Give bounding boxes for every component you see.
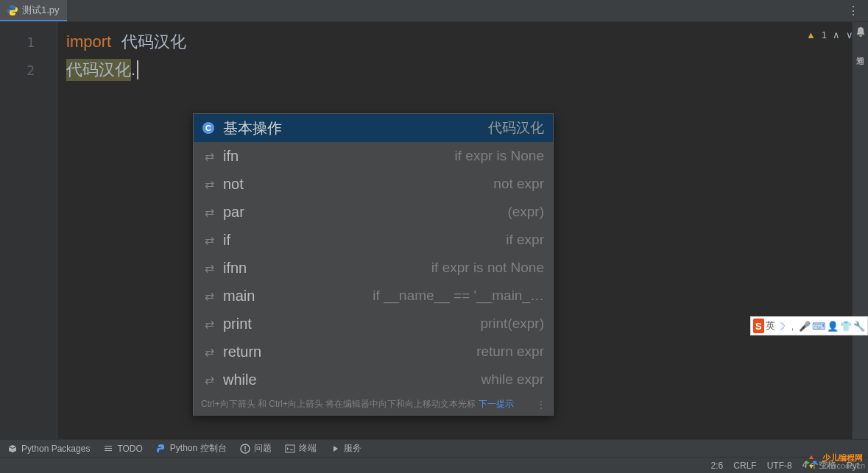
template-icon: ⇄ [202, 149, 216, 163]
line-number[interactable]: 2 [0, 56, 57, 84]
completion-item[interactable]: ⇄whilewhile expr [194, 366, 553, 394]
tool-python-packages[interactable]: Python Packages [7, 444, 90, 454]
completion-name: main [223, 288, 255, 305]
dot: . [131, 60, 135, 79]
template-icon: ⇄ [202, 373, 216, 387]
ime-logo-icon[interactable]: S [753, 319, 764, 333]
watermark-url: kidscode.cn [822, 462, 865, 470]
moon-icon[interactable]: ☽ [777, 319, 786, 332]
warning-count: 1 [822, 29, 827, 40]
completion-hint: Ctrl+向下箭头 和 Ctrl+向上箭头 将在编辑器中向下和向上移动文本光标 … [194, 394, 553, 415]
status-encoding[interactable]: UTF-8 [767, 460, 792, 471]
template-icon: ⇄ [202, 261, 216, 275]
gutter: 1 2 [0, 22, 57, 439]
completion-desc: return expr [476, 344, 544, 360]
template-icon: ⇄ [202, 205, 216, 219]
svg-rect-1 [286, 445, 294, 452]
completion-desc: print(expr) [480, 316, 544, 332]
more-icon[interactable]: ⋮ [537, 399, 546, 410]
completion-desc: not expr [493, 176, 544, 192]
completion-name: 基本操作 [223, 118, 282, 138]
titlebar: 测试1.py ⋮ [0, 0, 868, 22]
code-line[interactable]: import 代码汉化 [57, 28, 868, 56]
file-tab[interactable]: 测试1.py [0, 0, 67, 21]
watermark: 少儿编程网 kidscode.cn [803, 454, 865, 470]
completion-popup: C基本操作代码汉化⇄ifnif expr is None⇄notnot expr… [193, 113, 554, 416]
completion-desc: 代码汉化 [488, 118, 544, 138]
status-eol[interactable]: CRLF [733, 460, 756, 471]
skin-icon[interactable]: 👕 [840, 319, 852, 332]
template-icon: ⇄ [202, 233, 216, 247]
completion-name: not [223, 176, 244, 193]
editor-main: 1 2 ▲ 1 ∧ ∨ import 代码汉化 代码汉化. C基本操作代码汉化⇄… [0, 22, 868, 439]
completion-item[interactable]: ⇄ifif expr [194, 226, 553, 254]
status-position[interactable]: 2:6 [711, 460, 724, 471]
text-cursor [137, 60, 138, 79]
line-number[interactable]: 1 [0, 28, 57, 56]
selected-text: 代码汉化 [66, 59, 131, 81]
completion-desc: (expr) [507, 204, 544, 220]
completion-desc: if expr is not None [431, 260, 544, 276]
tool-terminal[interactable]: 终端 [285, 442, 317, 455]
completion-name: if [223, 232, 230, 249]
completion-desc: if __name__ == '__main_… [373, 288, 544, 304]
completion-item[interactable]: ⇄ifnif expr is None [194, 142, 553, 170]
completion-item[interactable]: C基本操作代码汉化 [194, 114, 553, 142]
completion-name: ifnn [223, 260, 247, 277]
chevron-up-icon[interactable]: ∧ [833, 29, 840, 40]
tool-todo[interactable]: TODO [103, 444, 142, 454]
tool-python-console[interactable]: Python 控制台 [156, 442, 227, 455]
identifier: 代码汉化 [121, 31, 186, 53]
template-icon: ⇄ [202, 317, 216, 331]
warning-icon: ▲ [806, 29, 816, 40]
tool-window-bar: Python Packages TODO Python 控制台 问题 终端 服务 [0, 439, 868, 457]
template-icon: ⇄ [202, 289, 216, 303]
statusbar: 2:6 CRLF UTF-8 4 个空格 Pyt [0, 457, 868, 473]
completion-item[interactable]: ⇄ifnnif expr is not None [194, 254, 553, 282]
completion-name: print [223, 316, 252, 332]
more-icon[interactable]: ⋮ [844, 2, 862, 20]
python-icon [7, 5, 18, 15]
keyword: import [66, 32, 111, 51]
mic-icon[interactable]: 🎤 [799, 319, 811, 332]
watermark-logo-icon [803, 454, 819, 470]
ime-toolbar[interactable]: S 英 ☽ , 🎤 ⌨ 👤 👕 🔧 [750, 316, 868, 335]
completion-name: return [223, 344, 261, 360]
code-line[interactable]: 代码汉化. [57, 56, 868, 84]
editor[interactable]: ▲ 1 ∧ ∨ import 代码汉化 代码汉化. C基本操作代码汉化⇄ifni… [57, 22, 868, 439]
tool-services[interactable]: 服务 [330, 442, 361, 455]
right-sidebar: 通知 [852, 22, 868, 439]
inspection-widget[interactable]: ▲ 1 ∧ ∨ [806, 29, 853, 40]
template-icon: ⇄ [202, 177, 216, 191]
completion-item[interactable]: ⇄mainif __name__ == '__main_… [194, 282, 553, 310]
completion-name: par [223, 204, 244, 221]
completion-item[interactable]: ⇄returnreturn expr [194, 338, 553, 366]
comma-icon[interactable]: , [788, 319, 797, 332]
completion-desc: while expr [481, 371, 544, 388]
keyboard-icon[interactable]: ⌨ [812, 319, 825, 332]
ime-lang[interactable]: 英 [766, 319, 775, 332]
completion-name: ifn [223, 148, 239, 165]
completion-item[interactable]: ⇄printprint(expr) [194, 310, 553, 338]
tool-problems[interactable]: 问题 [240, 442, 272, 455]
next-tip-link[interactable]: 下一提示 [479, 398, 514, 410]
completion-desc: if expr is None [455, 148, 544, 164]
completion-item[interactable]: ⇄notnot expr [194, 170, 553, 198]
completion-item[interactable]: ⇄par(expr) [194, 198, 553, 226]
wrench-icon[interactable]: 🔧 [853, 319, 865, 332]
user-icon[interactable]: 👤 [827, 319, 839, 332]
tab-filename: 测试1.py [22, 4, 60, 17]
notifications-icon[interactable] [855, 26, 867, 41]
class-icon: C [202, 122, 214, 134]
completion-desc: if expr [506, 232, 544, 248]
template-icon: ⇄ [202, 345, 216, 359]
completion-name: while [223, 371, 257, 388]
